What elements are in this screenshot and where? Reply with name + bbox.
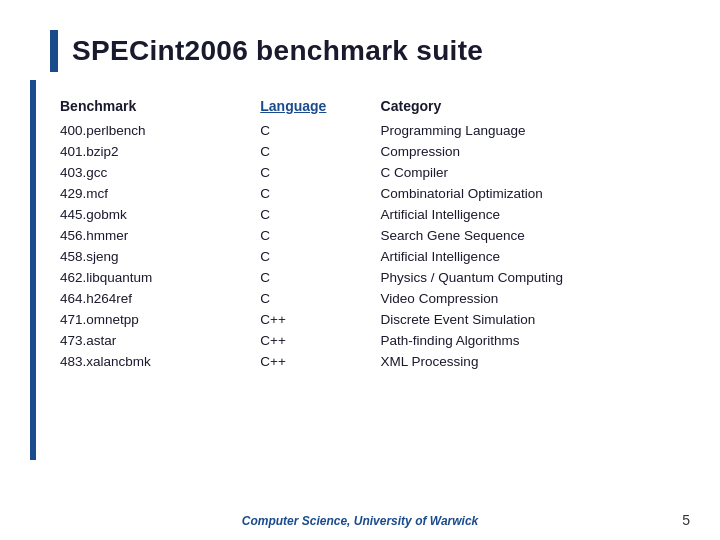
page-number: 5 (682, 512, 690, 528)
cell-benchmark: 456.hmmer (60, 225, 260, 246)
cell-benchmark: 458.sjeng (60, 246, 260, 267)
footer: Computer Science, University of Warwick (0, 514, 720, 528)
table-row: 471.omnetppC++Discrete Event Simulation (60, 309, 680, 330)
cell-benchmark: 429.mcf (60, 183, 260, 204)
cell-category: Compression (381, 141, 680, 162)
cell-category: XML Processing (381, 351, 680, 372)
table-row: 464.h264refCVideo Compression (60, 288, 680, 309)
cell-benchmark: 445.gobmk (60, 204, 260, 225)
cell-benchmark: 464.h264ref (60, 288, 260, 309)
slide: SPECint2006 benchmark suite Benchmark La… (0, 0, 720, 540)
cell-language: C (260, 288, 380, 309)
table-row: 400.perlbenchCProgramming Language (60, 120, 680, 141)
table-row: 456.hmmerCSearch Gene Sequence (60, 225, 680, 246)
table-row: 401.bzip2CCompression (60, 141, 680, 162)
cell-language: C++ (260, 309, 380, 330)
cell-category: Artificial Intelligence (381, 246, 680, 267)
table-row: 429.mcfCCombinatorial Optimization (60, 183, 680, 204)
cell-category: Search Gene Sequence (381, 225, 680, 246)
cell-benchmark: 400.perlbench (60, 120, 260, 141)
cell-language: C (260, 120, 380, 141)
cell-category: Programming Language (381, 120, 680, 141)
cell-language: C (260, 225, 380, 246)
cell-category: Video Compression (381, 288, 680, 309)
cell-category: Discrete Event Simulation (381, 309, 680, 330)
header-language: Language (260, 94, 380, 120)
cell-benchmark: 401.bzip2 (60, 141, 260, 162)
cell-category: Path-finding Algorithms (381, 330, 680, 351)
cell-category: Artificial Intelligence (381, 204, 680, 225)
cell-language: C++ (260, 351, 380, 372)
cell-language: C (260, 204, 380, 225)
cell-category: C Compiler (381, 162, 680, 183)
cell-benchmark: 473.astar (60, 330, 260, 351)
title-accent (50, 30, 58, 72)
cell-category: Physics / Quantum Computing (381, 267, 680, 288)
header-category: Category (381, 94, 680, 120)
table-row: 483.xalancbmkC++XML Processing (60, 351, 680, 372)
left-accent-bar (30, 80, 36, 460)
table-row: 403.gccCC Compiler (60, 162, 680, 183)
table-row: 458.sjengCArtificial Intelligence (60, 246, 680, 267)
cell-language: C++ (260, 330, 380, 351)
benchmark-table: Benchmark Language Category 400.perlbenc… (60, 94, 680, 372)
table-row: 473.astarC++Path-finding Algorithms (60, 330, 680, 351)
table-row: 462.libquantumCPhysics / Quantum Computi… (60, 267, 680, 288)
footer-text: Computer Science, University of Warwick (242, 514, 479, 528)
cell-benchmark: 483.xalancbmk (60, 351, 260, 372)
table-header-row: Benchmark Language Category (60, 94, 680, 120)
header-benchmark: Benchmark (60, 94, 260, 120)
cell-language: C (260, 246, 380, 267)
cell-benchmark: 462.libquantum (60, 267, 260, 288)
cell-language: C (260, 162, 380, 183)
table-row: 445.gobmkCArtificial Intelligence (60, 204, 680, 225)
cell-language: C (260, 183, 380, 204)
cell-benchmark: 403.gcc (60, 162, 260, 183)
page-title: SPECint2006 benchmark suite (72, 35, 483, 67)
cell-language: C (260, 267, 380, 288)
cell-benchmark: 471.omnetpp (60, 309, 260, 330)
title-bar: SPECint2006 benchmark suite (50, 30, 670, 72)
cell-language: C (260, 141, 380, 162)
cell-category: Combinatorial Optimization (381, 183, 680, 204)
